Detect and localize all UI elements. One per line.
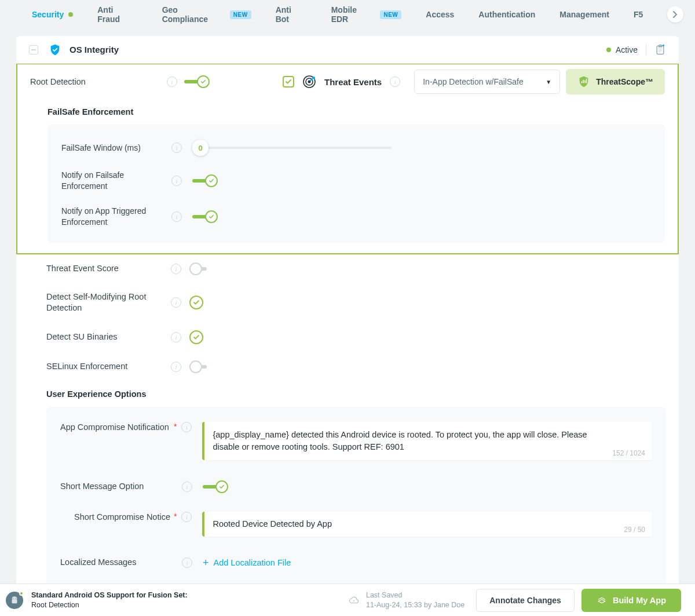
short-notice-label: Short Compromise Notice bbox=[74, 512, 174, 523]
shield-icon bbox=[49, 43, 61, 56]
status-label: Active bbox=[616, 45, 638, 54]
tab-mobile-edr[interactable]: Mobile EDR NEW bbox=[331, 5, 402, 24]
status-dot-icon bbox=[68, 12, 73, 17]
check-icon bbox=[193, 334, 200, 341]
notify-failsafe-toggle[interactable] bbox=[192, 174, 219, 187]
cloud-saved-icon bbox=[349, 595, 359, 606]
short-message-toggle[interactable] bbox=[203, 480, 229, 493]
tab-anti-fraud[interactable]: Anti Fraud bbox=[97, 5, 137, 24]
info-icon[interactable]: i bbox=[171, 264, 181, 274]
last-saved-time: 11-Aug-24, 15:33 by Jane Doe bbox=[366, 600, 464, 610]
threat-score-toggle[interactable] bbox=[189, 263, 216, 275]
plus-icon: + bbox=[203, 557, 209, 568]
required-icon: * bbox=[174, 422, 177, 431]
root-detection-label: Root Detection bbox=[30, 77, 167, 86]
os-integrity-card: OS Integrity Active Root Detection i bbox=[16, 36, 679, 616]
selinux-toggle[interactable] bbox=[189, 360, 216, 373]
short-message-row: Short Message Option i bbox=[46, 471, 666, 502]
info-icon[interactable]: i bbox=[390, 76, 400, 87]
info-icon[interactable]: i bbox=[171, 362, 181, 372]
info-icon[interactable]: i bbox=[171, 176, 182, 186]
page-title: OS Integrity bbox=[70, 45, 119, 54]
char-count: 29 / 50 bbox=[624, 526, 645, 534]
tab-anti-bot[interactable]: Anti Bot bbox=[276, 5, 307, 24]
top-nav: Security Anti Fraud Geo Compliance NEW A… bbox=[0, 0, 695, 29]
info-icon[interactable]: i bbox=[167, 76, 177, 87]
threat-events-checkbox[interactable] bbox=[283, 76, 294, 88]
notify-app-toggle[interactable] bbox=[192, 210, 219, 223]
last-saved: Last Saved 11-Aug-24, 15:33 by Jane Doe bbox=[366, 591, 464, 610]
caret-down-icon: ▼ bbox=[546, 79, 551, 85]
threatscope-shield-icon bbox=[577, 75, 590, 88]
status-badge: Active bbox=[606, 45, 638, 54]
divider bbox=[646, 44, 646, 56]
info-icon[interactable]: i bbox=[182, 482, 192, 492]
notify-app-label: Notify on App Triggered Enforcement bbox=[61, 206, 171, 228]
last-saved-label: Last Saved bbox=[366, 591, 464, 600]
detection-mode-select[interactable]: In-App Detection w/FailSafe ▼ bbox=[414, 70, 560, 94]
short-notice-input[interactable] bbox=[202, 512, 652, 537]
build-my-app-button[interactable]: Build My App bbox=[581, 589, 681, 612]
tab-management[interactable]: Management bbox=[559, 10, 609, 19]
detect-self-mod-label: Detect Self-Modifying Root Detection bbox=[46, 291, 171, 314]
check-icon bbox=[219, 484, 225, 490]
tab-access[interactable]: Access bbox=[426, 10, 454, 19]
footer-title: Standard Android OS Support for Fusion S… bbox=[31, 591, 188, 600]
info-icon[interactable]: i bbox=[171, 297, 181, 308]
ux-heading: User Experience Options bbox=[16, 381, 679, 407]
status-dot-icon bbox=[606, 48, 611, 52]
tab-security[interactable]: Security bbox=[32, 10, 73, 19]
info-icon[interactable]: i bbox=[181, 422, 192, 432]
localized-messages-label: Localized Messages bbox=[60, 557, 174, 568]
svg-point-9 bbox=[353, 600, 354, 601]
app-compromise-label: App Compromise Notification bbox=[60, 422, 174, 433]
info-icon[interactable]: i bbox=[181, 512, 192, 522]
tab-label: Security bbox=[32, 10, 64, 19]
detect-self-mod-checkbox[interactable] bbox=[189, 296, 203, 309]
card-header: OS Integrity Active bbox=[16, 36, 679, 64]
info-icon[interactable]: i bbox=[171, 143, 182, 153]
char-count: 152 / 1024 bbox=[612, 449, 645, 457]
localized-messages-row: Localized Messages i + Add Localization … bbox=[46, 548, 666, 578]
required-icon: * bbox=[174, 512, 177, 521]
svg-point-7 bbox=[13, 597, 13, 598]
notify-app-row: Notify on App Triggered Enforcement i bbox=[47, 199, 665, 235]
tab-authentication[interactable]: Authentication bbox=[478, 10, 535, 19]
notify-failsafe-row: Notify on Failsafe Enforcement i bbox=[47, 163, 665, 199]
annotate-changes-button[interactable]: Annotate Changes bbox=[476, 589, 575, 612]
options-section: Threat Event Score i Detect Self-Modifyi… bbox=[16, 254, 679, 616]
short-message-label: Short Message Option bbox=[60, 481, 174, 493]
info-icon[interactable]: i bbox=[182, 557, 192, 568]
app-compromise-input[interactable] bbox=[202, 422, 652, 460]
failsafe-heading: FailSafe Enforcement bbox=[17, 99, 678, 125]
target-icon bbox=[302, 75, 316, 89]
info-icon[interactable]: i bbox=[171, 332, 181, 342]
check-icon bbox=[209, 178, 214, 184]
check-icon bbox=[193, 299, 200, 306]
threat-events-label: Threat Events bbox=[324, 77, 382, 87]
status-dot-icon bbox=[19, 591, 24, 596]
footer-bar: Standard Android OS Support for Fusion S… bbox=[0, 584, 695, 616]
detect-su-checkbox[interactable] bbox=[189, 330, 203, 344]
failsafe-window-slider[interactable]: 0 bbox=[192, 140, 209, 156]
tab-geo-compliance[interactable]: Geo Compliance NEW bbox=[162, 5, 251, 24]
tab-f5[interactable]: F5 bbox=[634, 10, 643, 19]
info-icon[interactable]: i bbox=[171, 212, 182, 222]
selinux-label: SELinux Enforcement bbox=[46, 361, 171, 373]
svg-point-8 bbox=[16, 597, 16, 598]
root-detection-toggle[interactable] bbox=[184, 75, 211, 88]
chevron-right-icon bbox=[673, 11, 678, 18]
clipboard-add-icon[interactable] bbox=[654, 44, 666, 56]
notify-failsafe-label: Notify on Failsafe Enforcement bbox=[61, 170, 171, 192]
collapse-button[interactable] bbox=[29, 45, 38, 54]
short-notice-row: Short Compromise Notice * i 29 / 50 bbox=[46, 502, 666, 548]
slider-track[interactable] bbox=[206, 147, 392, 149]
highlighted-section: Root Detection i Threat Events i In-App … bbox=[16, 64, 679, 254]
failsafe-window-row: FailSafe Window (ms) i 0 bbox=[47, 133, 665, 163]
footer-subtitle: Root Detection bbox=[31, 600, 188, 610]
select-value: In-App Detection w/FailSafe bbox=[423, 77, 524, 86]
threatscope-button[interactable]: ThreatScope™ bbox=[566, 69, 665, 94]
nav-scroll-right-button[interactable] bbox=[667, 6, 683, 23]
threat-score-label: Threat Event Score bbox=[46, 263, 171, 275]
add-localization-button[interactable]: + Add Localization File bbox=[203, 557, 291, 568]
